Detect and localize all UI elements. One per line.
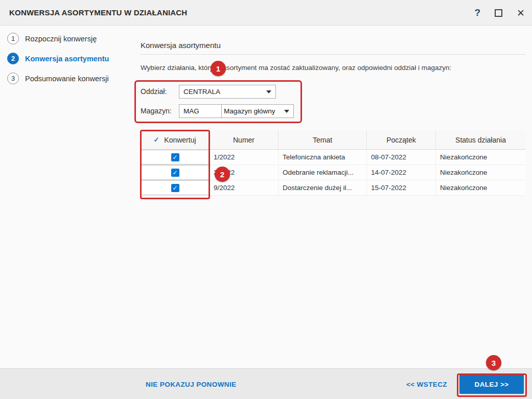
row-1-poczatek: 08-07-2022: [367, 150, 436, 165]
step-konwersja-asortymentu[interactable]: 2 Konwersja asortymentu: [7, 49, 109, 68]
activities-table: ✓ Konwertuj Numer Temat Początek Status …: [141, 130, 525, 196]
titlebar: KONWERSJA ASORTYMENTU W DZIAŁANIACH ? ✕: [0, 0, 532, 26]
footer-bar: NIE POKAZUJ PONOWNIE << WSTECZ DALEJ >>: [0, 368, 532, 399]
row-2-status: Niezakończone: [436, 165, 525, 180]
row-1-checkbox[interactable]: ✓: [171, 153, 179, 161]
step-2-label: Konwersja asortymentu: [25, 55, 109, 63]
dont-show-again-link[interactable]: NIE POKAZUJ PONOWNIE: [146, 369, 237, 399]
window-title: KONWERSJA ASORTYMENTU W DZIAŁANIACH: [9, 8, 187, 17]
step-3-circle: 3: [7, 73, 19, 84]
header-konwertuj-label: Konwertuj: [164, 136, 196, 144]
row-2-poczatek: 14-07-2022: [367, 165, 436, 180]
row-1-temat: Telefoniczna ankieta: [279, 150, 367, 165]
step-2-circle: 2: [7, 53, 19, 64]
table-header-row: ✓ Konwertuj Numer Temat Początek Status …: [141, 130, 525, 150]
magazyn-code-input[interactable]: MAG: [179, 104, 221, 118]
header-poczatek[interactable]: Początek: [367, 130, 436, 149]
step-rozpocznij-konwersje[interactable]: 1 Rozpocznij konwersję: [7, 29, 109, 49]
row-1-checkbox-cell: ✓: [141, 150, 210, 165]
step-1-label: Rozpocznij konwersję: [25, 35, 97, 43]
step-1-circle: 1: [7, 33, 19, 44]
table-row[interactable]: ✓ 9/2022 Dostarczenie dużej il... 15-07-…: [141, 180, 525, 196]
next-button[interactable]: DALEJ >>: [459, 374, 524, 394]
row-3-checkbox[interactable]: ✓: [171, 184, 179, 192]
row-3-temat: Dostarczenie dużej il...: [279, 180, 367, 195]
header-temat[interactable]: Temat: [279, 130, 367, 149]
header-konwertuj[interactable]: ✓ Konwertuj: [141, 130, 210, 149]
row-2-checkbox[interactable]: ✓: [171, 169, 179, 177]
back-button[interactable]: << WSTECZ: [406, 369, 447, 399]
window-controls: ? ✕: [474, 0, 525, 26]
dialog-window: KONWERSJA ASORTYMENTU W DZIAŁANIACH ? ✕ …: [0, 0, 532, 399]
row-2-numer: 2/2022: [210, 165, 279, 180]
maximize-icon[interactable]: [495, 9, 502, 17]
wizard-steps: 1 Rozpocznij konwersję 2 Konwersja asort…: [7, 29, 109, 88]
step-podsumowanie-konwersji[interactable]: 3 Podsumowanie konwersji: [7, 68, 109, 88]
step-3-label: Podsumowanie konwersji: [25, 75, 109, 83]
magazyn-select[interactable]: Magazyn główny: [221, 104, 294, 118]
header-status[interactable]: Status działania: [436, 130, 525, 149]
chevron-down-icon: [284, 110, 289, 113]
oddzial-label: Oddział:: [141, 85, 167, 99]
row-2-checkbox-cell: ✓: [141, 165, 210, 180]
help-icon[interactable]: ?: [474, 7, 480, 18]
table-row[interactable]: ✓ 1/2022 Telefoniczna ankieta 08-07-2022…: [141, 150, 525, 165]
magazyn-value: Magazyn główny: [222, 107, 284, 115]
row-3-poczatek: 15-07-2022: [367, 180, 436, 195]
row-2-temat: Odebranie reklamacji...: [279, 165, 367, 180]
oddzial-select[interactable]: CENTRALA: [179, 85, 276, 99]
close-icon[interactable]: ✕: [517, 8, 525, 18]
table-row[interactable]: ✓ 2/2022 Odebranie reklamacji... 14-07-2…: [141, 165, 525, 180]
chevron-down-icon: [266, 90, 271, 93]
header-numer[interactable]: Numer: [210, 130, 279, 149]
row-3-checkbox-cell: ✓: [141, 180, 210, 195]
instruction-text: Wybierz działania, których asortyment ma…: [141, 64, 521, 72]
magazyn-label: Magazyn:: [141, 104, 172, 118]
row-1-numer: 1/2022: [210, 150, 279, 165]
row-3-status: Niezakończone: [436, 180, 525, 195]
row-1-status: Niezakończone: [436, 150, 525, 165]
page-title: Konwersja asortymentu: [141, 41, 221, 50]
heading-divider: [141, 54, 525, 55]
oddzial-value: CENTRALA: [179, 88, 266, 96]
row-3-numer: 9/2022: [210, 180, 279, 195]
select-all-check-icon[interactable]: ✓: [153, 136, 159, 144]
